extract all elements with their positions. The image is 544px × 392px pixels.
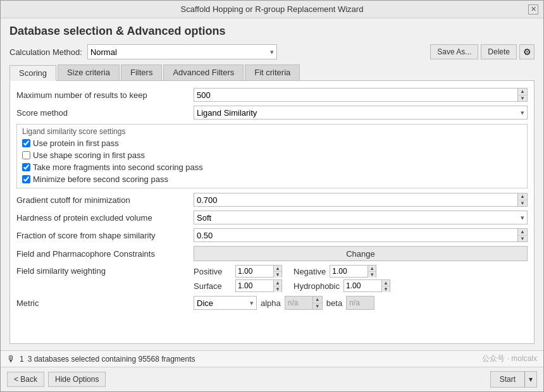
negative-spinbox: ▲ ▼ <box>330 265 376 278</box>
start-group: Start ▾ <box>490 371 537 388</box>
use-shape-label: Use shape scoring in first pass <box>33 150 145 160</box>
fraction-up[interactable]: ▲ <box>518 229 527 236</box>
beta-label: beta <box>326 298 342 308</box>
positive-down[interactable]: ▼ <box>274 272 281 278</box>
gradient-up[interactable]: ▲ <box>518 193 527 200</box>
max-results-spinbox: ▲ ▼ <box>194 88 528 102</box>
use-protein-row: Use protein in first pass <box>22 137 522 149</box>
negative-label: Negative <box>294 267 326 276</box>
score-method-select-wrapper: Ligand Similarity <box>194 106 528 119</box>
take-more-checkbox[interactable] <box>22 163 30 171</box>
positive-up[interactable]: ▲ <box>274 266 281 272</box>
positive-spinbox: ▲ ▼ <box>235 265 282 278</box>
alpha-label: alpha <box>261 298 281 308</box>
main-content: Database selection & Advanced options Ca… <box>1 18 543 350</box>
save-as-button[interactable]: Save As... <box>430 44 478 59</box>
hide-options-button[interactable]: Hide Options <box>48 372 106 387</box>
alpha-spinbox-wrapper: ▲ ▼ <box>285 296 323 310</box>
delete-button[interactable]: Delete <box>481 44 517 59</box>
title-bar: Scaffold Hopping or R-group Replacement … <box>1 1 543 18</box>
minimize-label: Minimize before second scoring pass <box>33 175 168 184</box>
change-button[interactable]: Change <box>194 246 528 261</box>
max-results-input[interactable] <box>194 88 517 102</box>
window-title: Scaffold Hopping or R-group Replacement … <box>181 4 364 14</box>
toolbar-right: Save As... Delete ⚙ <box>430 44 535 59</box>
field-similarity-row: Field similarity weighting Positive ▲ ▼ … <box>16 263 528 294</box>
surface-label: Surface <box>194 281 232 291</box>
start-dropdown-button[interactable]: ▾ <box>524 371 537 388</box>
gradient-spinbox: ▲ ▼ <box>194 193 528 207</box>
positive-input[interactable] <box>235 265 273 278</box>
gear-button[interactable]: ⚙ <box>519 44 535 59</box>
hardness-select-wrapper: Soft <box>194 211 528 224</box>
hydrophobic-down[interactable]: ▼ <box>382 286 390 292</box>
positive-arrows: ▲ ▼ <box>273 265 282 278</box>
score-method-select[interactable]: Ligand Similarity <box>194 106 528 119</box>
tab-scoring[interactable]: Scoring <box>9 65 56 81</box>
field-constraints-row: Field and Pharmacophore Constraints Chan… <box>16 244 528 263</box>
use-protein-checkbox[interactable] <box>22 139 30 147</box>
hydrophobic-up[interactable]: ▲ <box>382 280 390 286</box>
negative-up[interactable]: ▲ <box>368 266 376 272</box>
negative-down[interactable]: ▼ <box>368 272 376 278</box>
status-bar: 🎙 1 3 databases selected containing 9556… <box>1 350 543 367</box>
surface-spinbox: ▲ ▼ <box>235 279 282 292</box>
main-window: Scaffold Hopping or R-group Replacement … <box>0 0 544 392</box>
alpha-down[interactable]: ▼ <box>313 303 322 310</box>
alpha-arrows: ▲ ▼ <box>313 296 323 310</box>
hydrophobic-input[interactable] <box>343 279 381 292</box>
metric-select-wrapper: Dice <box>194 296 257 310</box>
alpha-input <box>285 296 313 310</box>
metric-select[interactable]: Dice <box>194 296 257 310</box>
calc-method-select[interactable]: Normal <box>87 44 277 59</box>
tab-filters[interactable]: Filters <box>121 64 162 80</box>
tab-size-criteria[interactable]: Size criteria <box>58 64 120 80</box>
metric-controls: Dice alpha ▲ ▼ beta <box>194 296 374 310</box>
fraction-down[interactable]: ▼ <box>518 236 527 242</box>
back-button[interactable]: < Back <box>7 372 44 387</box>
gradient-arrows: ▲ ▼ <box>517 193 528 207</box>
surface-input[interactable] <box>235 279 273 292</box>
field-surf-hydro-row: Surface ▲ ▼ Hydrophobic ▲ <box>194 279 528 292</box>
max-results-label: Maximum number of results to keep <box>16 90 194 100</box>
use-protein-label: Use protein in first pass <box>33 138 119 148</box>
gradient-row: Gradient cutoff for minimization ▲ ▼ <box>16 191 528 209</box>
gradient-label: Gradient cutoff for minimization <box>16 195 194 205</box>
surface-up[interactable]: ▲ <box>274 280 281 286</box>
fraction-input[interactable] <box>194 228 517 242</box>
negative-arrows: ▲ ▼ <box>368 265 376 278</box>
status-text: 3 databases selected containing 95568 fr… <box>28 355 195 364</box>
field-similarity-values: Positive ▲ ▼ Negative ▲ <box>194 265 528 292</box>
hardness-row: Hardness of protein excluded volume Soft <box>16 209 528 226</box>
gradient-input[interactable] <box>194 193 517 207</box>
calc-method-row: Calculation Method: Normal Save As... De… <box>9 44 535 59</box>
max-results-arrows: ▲ ▼ <box>517 88 528 102</box>
scoring-panel: Maximum number of results to keep ▲ ▼ Sc… <box>9 81 535 344</box>
ligand-similarity-group: Ligand similarity score settings Use pro… <box>16 124 528 188</box>
use-shape-checkbox[interactable] <box>22 151 30 159</box>
max-results-down[interactable]: ▼ <box>518 95 527 102</box>
hydrophobic-spinbox: ▲ ▼ <box>343 279 390 292</box>
status-icon: 🎙 <box>7 354 16 364</box>
page-title: Database selection & Advanced options <box>9 25 535 38</box>
surface-down[interactable]: ▼ <box>274 286 281 292</box>
tab-advanced-filters[interactable]: Advanced Filters <box>163 64 244 80</box>
close-button[interactable]: ✕ <box>528 4 538 15</box>
logo-text: 公众号 · molcalx <box>482 353 537 364</box>
start-button[interactable]: Start <box>490 371 524 388</box>
alpha-up[interactable]: ▲ <box>313 297 322 303</box>
minimize-checkbox[interactable] <box>22 175 30 183</box>
max-results-row: Maximum number of results to keep ▲ ▼ <box>16 86 528 104</box>
hydrophobic-label: Hydrophobic <box>294 281 340 291</box>
calc-method-label: Calculation Method: <box>9 47 82 57</box>
surface-arrows: ▲ ▼ <box>273 279 282 292</box>
hardness-select[interactable]: Soft <box>194 211 528 224</box>
max-results-up[interactable]: ▲ <box>518 89 527 95</box>
fraction-label: Fraction of score from shape similarity <box>16 231 194 240</box>
take-more-row: Take more fragments into second scoring … <box>22 161 522 173</box>
hydrophobic-arrows: ▲ ▼ <box>381 279 390 292</box>
negative-input[interactable] <box>330 265 368 278</box>
tab-fit-criteria[interactable]: Fit criteria <box>245 64 300 80</box>
metric-row: Metric Dice alpha ▲ ▼ <box>16 294 528 312</box>
gradient-down[interactable]: ▼ <box>518 200 527 207</box>
